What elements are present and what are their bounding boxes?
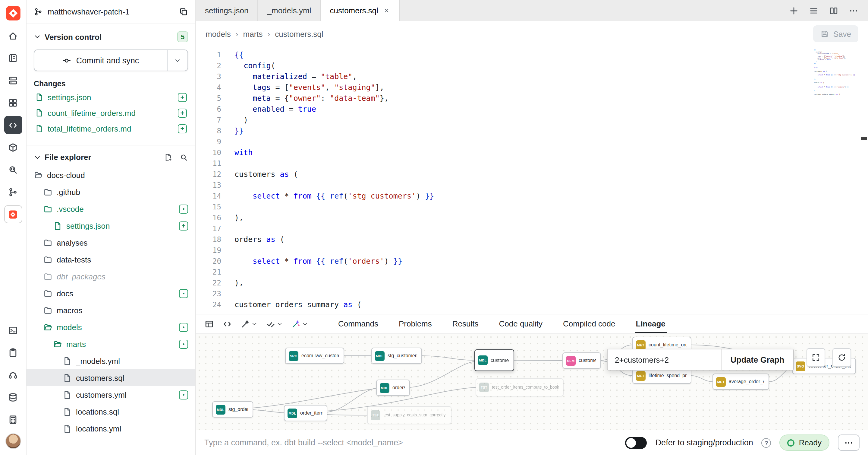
refresh-icon[interactable]: [832, 348, 851, 367]
dbt-logo[interactable]: [4, 5, 22, 22]
commit-button-main[interactable]: Commit and sync: [34, 50, 167, 70]
lineage-selector-input[interactable]: [608, 349, 721, 370]
rail-package-icon[interactable]: [4, 138, 22, 156]
tree-item-docs[interactable]: docs●: [27, 285, 195, 302]
chevron-down-icon[interactable]: [302, 321, 308, 327]
tree-item-locations.sql[interactable]: locations.sql: [27, 403, 195, 420]
rail-journal-icon[interactable]: [4, 49, 22, 67]
panel-tab-Problems[interactable]: Problems: [398, 314, 433, 333]
tree-item-marts[interactable]: marts●: [27, 336, 195, 352]
open-editors-icon[interactable]: [809, 6, 818, 16]
commit-and-sync-button[interactable]: Commit and sync: [34, 50, 188, 71]
save-button[interactable]: Save: [813, 25, 858, 42]
tree-item-data-tests[interactable]: data-tests: [27, 251, 195, 268]
panel-tab-Compiled code[interactable]: Compiled code: [562, 314, 616, 333]
breadcrumb-item[interactable]: models: [206, 29, 231, 38]
command-input[interactable]: [204, 438, 617, 447]
lineage-node-order_items[interactable]: MDLorder_items: [284, 405, 327, 421]
tree-item-.github[interactable]: .github: [27, 183, 195, 200]
panel-tab-Code quality[interactable]: Code quality: [498, 314, 544, 333]
version-control-header[interactable]: Version control 5: [34, 31, 188, 42]
breadcrumb-item[interactable]: marts: [243, 29, 263, 38]
lineage-node-customers[interactable]: MDLcustomers: [474, 349, 514, 371]
chevron-down-icon[interactable]: [251, 321, 257, 327]
rail-database-icon[interactable]: [4, 388, 22, 406]
panel-tool-lint-check-icon[interactable]: [264, 316, 285, 331]
line-number: 17: [196, 223, 221, 234]
panel-tool-wand-icon[interactable]: [238, 316, 260, 331]
help-icon[interactable]: ?: [762, 438, 771, 448]
new-tab-icon[interactable]: [789, 6, 799, 16]
tree-item-models[interactable]: models●: [27, 319, 195, 336]
rail-clipboard-icon[interactable]: [4, 343, 22, 362]
chevron-down-icon[interactable]: [34, 33, 41, 40]
tree-item-locations.yml[interactable]: locations.yml: [27, 420, 195, 437]
tab-_models.yml[interactable]: _models.yml: [258, 0, 321, 21]
lineage-node-average_order_value[interactable]: METaverage_order_value: [712, 373, 769, 390]
update-graph-button[interactable]: Update Graph: [721, 349, 793, 370]
lineage-node-stg_customers[interactable]: MDLstg_customers: [371, 348, 422, 364]
rail-search-code-icon[interactable]: [4, 161, 22, 179]
editor-more-icon[interactable]: [849, 6, 858, 16]
panel-tool-ai-fix-icon[interactable]: [289, 316, 310, 331]
editor-minimap[interactable]: {{ config( materialized = "table", tags …: [814, 50, 858, 134]
status-ready-badge[interactable]: Ready: [780, 434, 830, 451]
tree-item-_models.yml[interactable]: _models.yml: [27, 352, 195, 369]
new-file-icon[interactable]: [164, 153, 173, 162]
tree-item-.vscode[interactable]: .vscode●: [27, 200, 195, 217]
changed-file[interactable]: settings.json+: [34, 89, 188, 105]
rail-terminal-icon[interactable]: [4, 321, 22, 339]
chevron-down-icon[interactable]: [34, 153, 41, 161]
commit-options-caret[interactable]: [167, 50, 187, 70]
tree-item-customers.sql[interactable]: customers.sql: [27, 369, 195, 386]
lineage-node-test_order_items_compute_to_book_correctly[interactable]: TSTtest_order_items_compute_to_book_corr…: [475, 378, 564, 396]
panel-tools: [202, 314, 310, 333]
tree-item-customers.yml[interactable]: customers.yml●: [27, 386, 195, 403]
panel-tab-Commands[interactable]: Commands: [337, 314, 379, 333]
tree-item-analyses[interactable]: analyses: [27, 234, 195, 251]
rail-dbt-cloud-icon[interactable]: [4, 205, 22, 223]
user-avatar[interactable]: [5, 433, 21, 449]
status-more-icon[interactable]: [838, 434, 860, 451]
close-tab-icon[interactable]: [384, 7, 390, 14]
rail-headset-icon[interactable]: [4, 366, 22, 384]
lineage-node-stg_orders[interactable]: MDLstg_orders: [212, 401, 253, 418]
tab-settings.json[interactable]: settings.json: [196, 0, 258, 21]
rail-grid-icon[interactable]: [4, 93, 22, 112]
lineage-node-test_supply_costs_sum_correctly[interactable]: TSTtest_supply_costs_sum_correctly: [367, 406, 452, 424]
editor-scrollbar-thumb[interactable]: [861, 137, 867, 140]
split-editor-icon[interactable]: [829, 6, 838, 16]
code-editor[interactable]: 1{{2 config(3 materialized = "table",4 t…: [196, 47, 868, 314]
search-icon[interactable]: [180, 153, 188, 162]
tree-item-dbt_packages[interactable]: dbt_packages: [27, 268, 195, 285]
rail-calculator-icon[interactable]: [4, 410, 22, 428]
code-line: 10with: [196, 147, 868, 158]
panel-tab-Results[interactable]: Results: [451, 314, 480, 333]
line-number: 3: [196, 71, 221, 82]
tree-item-settings.json[interactable]: settings.json+: [27, 217, 195, 234]
panel-tab-Lineage[interactable]: Lineage: [635, 314, 667, 333]
fullscreen-icon[interactable]: [807, 348, 825, 367]
breadcrumb-item[interactable]: customers.sql: [275, 29, 323, 38]
branch-name[interactable]: matthewshaver-patch-1: [48, 7, 174, 16]
lineage-panel[interactable]: SRCecom.raw_customersMDLstg_customersMDL…: [196, 334, 868, 430]
rail-stack-icon[interactable]: [4, 71, 22, 89]
rail-git-branch-icon[interactable]: [4, 183, 22, 201]
file-explorer-header[interactable]: File explorer: [27, 153, 195, 162]
lineage-node-orders[interactable]: MDLorders: [376, 379, 410, 396]
panel-tool-code-icon[interactable]: [220, 316, 235, 331]
lineage-node-ecom.raw_customers[interactable]: SRCecom.raw_customers: [285, 348, 344, 364]
tree-item-macros[interactable]: macros: [27, 302, 195, 319]
changed-file[interactable]: count_lifetime_orders.md+: [34, 105, 188, 121]
panel-tool-table-icon[interactable]: [202, 316, 216, 331]
defer-toggle[interactable]: [625, 436, 647, 449]
rail-home-icon[interactable]: [4, 27, 22, 45]
copy-branch-icon[interactable]: [179, 7, 188, 16]
changed-file[interactable]: total_lifetime_orders.md+: [34, 121, 188, 136]
tab-customers.sql[interactable]: customers.sql: [321, 0, 400, 21]
rail-develop-icon[interactable]: [4, 116, 22, 134]
tree-item-docs-cloud[interactable]: docs-cloud: [27, 167, 195, 183]
breadcrumb-row: models›marts›customers.sql Save: [196, 21, 868, 47]
lineage-node-customers[interactable]: SEMcustomers: [562, 352, 601, 369]
chevron-down-icon[interactable]: [277, 321, 283, 327]
